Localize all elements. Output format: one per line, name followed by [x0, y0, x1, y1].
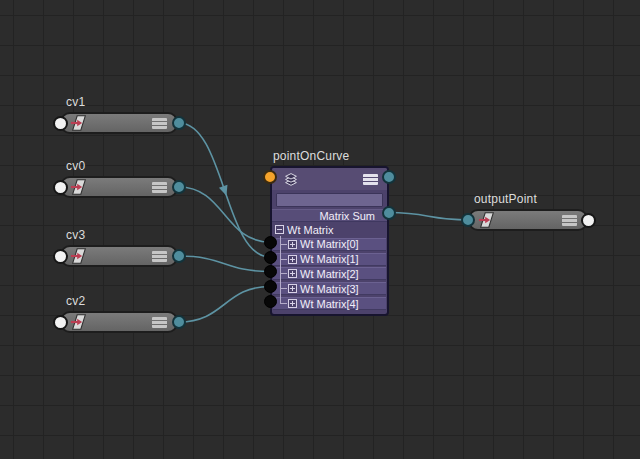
cv1-output-port[interactable]: [172, 116, 186, 130]
expand-icon[interactable]: [288, 240, 297, 249]
cv0-input-port[interactable]: [53, 180, 68, 195]
connection-edge[interactable]: [179, 123, 270, 257]
connection-edge[interactable]: [179, 187, 270, 242]
edge-direction-arrow: [219, 185, 231, 197]
outputPoint-input-port[interactable]: [461, 213, 475, 227]
node-editor-canvas[interactable]: cv1 cv0 cv3: [0, 0, 640, 459]
connection-edge[interactable]: [389, 213, 468, 221]
menu-icon[interactable]: [152, 118, 167, 129]
transform-icon: [70, 313, 88, 331]
cv2-output-port[interactable]: [172, 315, 186, 329]
node-pointOnCurve[interactable]: Matrix Sum Wt Matrix Wt Matrix[0] Wt Mat…: [270, 166, 389, 316]
wt-matrix-4-input-port[interactable]: [264, 295, 277, 308]
wt-matrix-2-input-port[interactable]: [264, 265, 277, 278]
row-wt-matrix-2[interactable]: Wt Matrix[2]: [273, 267, 386, 280]
matrix-sum-output-port[interactable]: [382, 206, 396, 220]
matrix-sum-label: Matrix Sum: [319, 210, 375, 222]
cv1-input-port[interactable]: [53, 116, 68, 131]
node-cv0[interactable]: [60, 176, 178, 198]
row-wt-matrix-1[interactable]: Wt Matrix[1]: [273, 253, 386, 266]
wt-matrix-1-input-port[interactable]: [264, 251, 277, 264]
transform-icon: [70, 178, 88, 196]
wt-matrix-label: Wt Matrix: [287, 224, 333, 236]
expand-icon[interactable]: [288, 299, 297, 308]
blank-attribute-row: [276, 193, 383, 207]
node-title-cv3: cv3: [66, 229, 85, 242]
node-title-cv1: cv1: [66, 96, 85, 109]
expand-icon[interactable]: [288, 269, 297, 278]
node-title-cv2: cv2: [66, 295, 85, 308]
node-cv2[interactable]: [60, 311, 178, 333]
cv3-input-port[interactable]: [53, 249, 68, 264]
transform-icon: [478, 211, 496, 229]
wt-matrix-0-input-port[interactable]: [264, 236, 277, 249]
row-wt-matrix-4[interactable]: Wt Matrix[4]: [273, 297, 386, 310]
wt-matrix-1-label: Wt Matrix[1]: [300, 253, 359, 265]
node-title-cv0: cv0: [66, 160, 85, 173]
connection-edge[interactable]: [179, 256, 270, 272]
node-cv1[interactable]: [60, 112, 178, 134]
cv3-output-port[interactable]: [172, 249, 186, 263]
wt-matrix-0-label: Wt Matrix[0]: [300, 238, 359, 250]
stack-icon: [282, 170, 300, 188]
pointOnCurve-header[interactable]: [272, 168, 387, 190]
node-title-pointOnCurve: pointOnCurve: [273, 150, 349, 163]
row-wt-matrix[interactable]: Wt Matrix: [272, 223, 387, 236]
node-title-outputPoint: outputPoint: [474, 193, 537, 206]
menu-icon[interactable]: [152, 182, 167, 193]
pointOnCurve-header-input-port[interactable]: [263, 170, 277, 184]
tree-branch: [278, 282, 288, 295]
transform-icon: [70, 247, 88, 265]
wt-matrix-2-label: Wt Matrix[2]: [300, 268, 359, 280]
menu-icon[interactable]: [152, 317, 167, 328]
row-matrix-sum[interactable]: Matrix Sum: [272, 209, 387, 222]
row-wt-matrix-3[interactable]: Wt Matrix[3]: [273, 282, 386, 295]
collapse-icon[interactable]: [275, 225, 284, 234]
menu-icon[interactable]: [562, 215, 577, 226]
node-outputPoint[interactable]: [468, 209, 588, 231]
outputPoint-output-port[interactable]: [581, 213, 596, 228]
tree-branch: [278, 297, 288, 310]
cv0-output-port[interactable]: [172, 180, 186, 194]
tree-branch: [278, 267, 288, 280]
wt-matrix-3-label: Wt Matrix[3]: [300, 283, 359, 295]
expand-icon[interactable]: [288, 284, 297, 293]
menu-icon[interactable]: [152, 251, 167, 262]
pointOnCurve-header-output-port[interactable]: [382, 170, 396, 184]
row-wt-matrix-0[interactable]: Wt Matrix[0]: [273, 238, 386, 251]
wt-matrix-3-input-port[interactable]: [264, 280, 277, 293]
tree-branch: [278, 238, 288, 251]
cv2-input-port[interactable]: [53, 315, 68, 330]
wt-matrix-4-label: Wt Matrix[4]: [300, 298, 359, 310]
connection-edge[interactable]: [179, 287, 270, 323]
transform-icon: [70, 114, 88, 132]
expand-icon[interactable]: [288, 255, 297, 264]
node-cv3[interactable]: [60, 245, 178, 267]
tree-branch: [278, 253, 288, 266]
menu-icon[interactable]: [363, 174, 378, 185]
